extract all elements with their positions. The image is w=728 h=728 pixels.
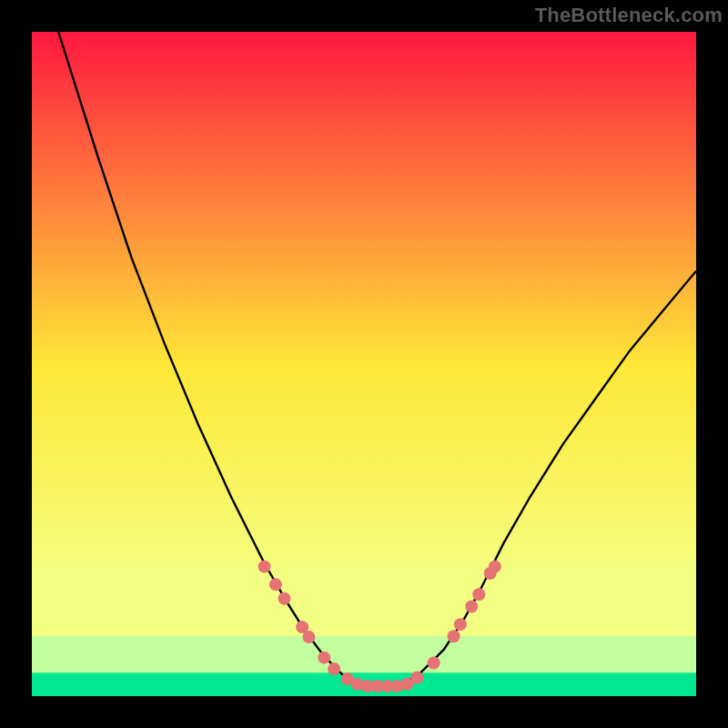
marker-dot: [302, 631, 315, 643]
chart-svg: [32, 32, 696, 696]
marker-dot: [428, 656, 440, 669]
chart-plot-area: [32, 32, 696, 696]
marker-dot: [454, 618, 467, 631]
marker-dot: [472, 588, 485, 601]
marker-dot: [258, 561, 270, 573]
watermark-text: TheBottleneck.com: [535, 4, 723, 27]
marker-dot: [410, 672, 423, 684]
marker-dot: [328, 662, 340, 675]
marker-dot: [278, 592, 290, 605]
marker-dot: [448, 630, 460, 642]
marker-dot: [465, 600, 478, 612]
marker-dot: [318, 652, 330, 664]
threshold-bands: [32, 567, 696, 696]
marker-dot: [489, 561, 501, 573]
band-pale-yellow: [32, 567, 696, 637]
band-pale-green: [32, 636, 696, 672]
marker-dot: [269, 578, 282, 591]
